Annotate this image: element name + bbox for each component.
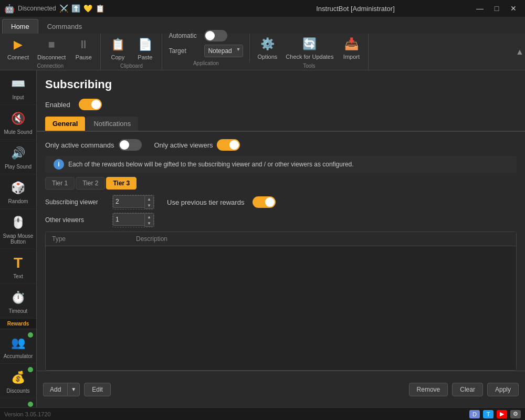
options-button[interactable]: ⚙️ Options (254, 34, 280, 62)
add-dropdown-button[interactable]: ▼ (67, 383, 80, 396)
tier-tab-2[interactable]: Tier 2 (76, 177, 105, 190)
disconnect-label: Disconnect (37, 54, 66, 60)
info-icon: i (54, 159, 64, 170)
sidebar-item-text[interactable]: T Text (0, 249, 36, 284)
sidebar-item-mute-sound[interactable]: 🔇 Mute Sound (0, 105, 36, 140)
enabled-toggle[interactable] (79, 99, 102, 110)
sidebar-item-random[interactable]: 🎲 Random (0, 174, 36, 209)
apply-button[interactable]: Apply (487, 383, 519, 396)
tab-notifications[interactable]: Notifications (86, 117, 138, 131)
enabled-row: Enabled (37, 97, 525, 117)
text-icon: T (9, 254, 28, 272)
sidebar-item-accumulator[interactable]: 👥 Accumulator (0, 329, 36, 364)
sidebar-item-discounts[interactable]: 💰 Discounts (0, 364, 36, 398)
sidebar-item-follower[interactable]: ❤ Follower (0, 398, 36, 407)
sidebar-label-mute-sound: Mute Sound (4, 129, 33, 135)
toolbar-clipboard-buttons: 📋 Copy 📄 Paste (105, 34, 158, 62)
tab-general[interactable]: General (45, 117, 85, 131)
minimize-button[interactable]: — (472, 3, 487, 14)
close-button[interactable]: ✕ (506, 3, 521, 14)
content-area: Subscribing Enabled General Notification… (37, 70, 525, 407)
tab-home[interactable]: Home (2, 19, 38, 34)
subscribing-viewer-input-group: ▲ ▼ (112, 195, 154, 209)
remove-button[interactable]: Remove (409, 383, 448, 396)
mute-sound-icon: 🔇 (9, 109, 28, 128)
tab-bar: Home Commands (0, 17, 525, 34)
copy-button[interactable]: 📋 Copy (105, 34, 130, 62)
disconnect-button[interactable]: ■ Disconnect (34, 34, 69, 62)
pause-icon: ⏸ (75, 36, 92, 53)
sidebar-item-swap-mouse-button[interactable]: 🖱️ Swap Mouse Button (0, 209, 36, 249)
copy-icon: 📋 (109, 36, 126, 53)
automatic-toggle[interactable] (204, 30, 227, 41)
only-active-viewers-label: Only active viewers (154, 141, 213, 149)
toolbar-application-group: Automatic Target Notepad Application (162, 34, 250, 62)
collapse-toolbar-button[interactable]: ▲ (514, 34, 525, 70)
maximize-button[interactable]: □ (489, 3, 504, 14)
check-updates-label: Check for Updates (286, 54, 333, 60)
paste-icon: 📄 (136, 36, 153, 53)
title-bar: 🤖 Disconnected ⚔️ ⬆️ 💛 📋 InstructBot [Ad… (0, 0, 525, 17)
sidebar-label-timeout: Timeout (9, 308, 28, 314)
disconnect-icon: ■ (43, 36, 60, 53)
icon-clip: 📋 (96, 4, 104, 13)
target-select-wrapper: Notepad (204, 45, 243, 57)
sidebar: ⌨️ Input 🔇 Mute Sound 🔊 Play Sound 🎲 Ran… (0, 70, 37, 407)
rewards-section-header: Rewards (0, 319, 36, 329)
toolbar-tools-group: ⚙️ Options 🔄 Check for Updates 📥 Import … (250, 34, 369, 70)
other-viewers-up[interactable]: ▲ (145, 214, 153, 220)
only-active-viewers-toggle[interactable] (217, 139, 240, 151)
table-header: Type Description (46, 232, 516, 246)
tier-tab-3[interactable]: Tier 3 (106, 177, 136, 190)
subscribing-viewer-down[interactable]: ▼ (145, 202, 153, 208)
title-bar-controls: — □ ✕ (472, 3, 521, 14)
other-viewers-input[interactable] (113, 213, 144, 226)
tier-tab-1[interactable]: Tier 1 (45, 177, 75, 190)
sidebar-item-input[interactable]: ⌨️ Input (0, 70, 36, 105)
icon-arrow: ⬆️ (71, 4, 80, 13)
sidebar-label-input: Input (12, 94, 24, 100)
subscribing-viewer-row: Subscribing viewer ▲ ▼ Use previous tier… (45, 195, 517, 209)
use-previous-toggle[interactable] (253, 196, 276, 208)
import-label: Import (343, 54, 360, 60)
clipboard-group-label: Clipboard (120, 63, 143, 69)
check-updates-button[interactable]: 🔄 Check for Updates (282, 34, 337, 62)
sidebar-item-timeout[interactable]: ⏱️ Timeout (0, 284, 36, 319)
other-viewers-spinner: ▲ ▼ (144, 213, 154, 227)
table-col-type: Type (46, 235, 130, 243)
youtube-icon[interactable]: ▶ (497, 410, 507, 418)
add-button[interactable]: Add (43, 383, 67, 396)
connect-button[interactable]: ▶ Connect (4, 34, 32, 62)
status-bar: Version 3.05.1720 D T ▶ ⚙ (0, 407, 525, 420)
random-icon: 🎲 (9, 178, 28, 197)
other-viewers-down[interactable]: ▼ (145, 220, 153, 226)
twitter-icon[interactable]: T (483, 410, 494, 418)
sidebar-label-swap-mouse-button: Swap Mouse Button (2, 233, 34, 245)
subscribing-viewer-spinner: ▲ ▼ (144, 195, 154, 209)
sidebar-label-accumulator: Accumulator (4, 353, 33, 359)
tab-commands[interactable]: Commands (38, 19, 91, 34)
table-col-description: Description (130, 235, 516, 243)
other-viewers-label: Other viewers (45, 216, 108, 224)
subscribing-viewer-label: Subscribing viewer (45, 198, 108, 206)
app-icon-red: 🤖 (4, 4, 15, 14)
clear-button[interactable]: Clear (452, 383, 483, 396)
sidebar-item-play-sound[interactable]: 🔊 Play Sound (0, 140, 36, 174)
only-active-commands-toggle[interactable] (119, 139, 142, 151)
discord-icon[interactable]: D (469, 410, 480, 418)
toolbar-tools-buttons: ⚙️ Options 🔄 Check for Updates 📥 Import (254, 34, 364, 62)
import-button[interactable]: 📥 Import (339, 34, 364, 62)
toolbar-connection-group: ▶ Connect ■ Disconnect ⏸ Pause Connectio… (0, 34, 101, 70)
settings-icon[interactable]: ⚙ (510, 410, 521, 418)
info-row: i Each of the rewards below will be gift… (45, 156, 517, 173)
swap-mouse-icon: 🖱️ (9, 213, 28, 232)
subscribing-viewer-up[interactable]: ▲ (145, 196, 153, 202)
icon-sword: ⚔️ (59, 4, 68, 13)
paste-button[interactable]: 📄 Paste (132, 34, 158, 62)
pause-button[interactable]: ⏸ Pause (71, 34, 96, 62)
edit-button[interactable]: Edit (84, 383, 111, 396)
target-select[interactable]: Notepad (204, 45, 243, 57)
subscribing-viewer-input[interactable] (113, 195, 144, 208)
accumulator-badge (28, 332, 33, 338)
connect-icon: ▶ (9, 36, 26, 53)
